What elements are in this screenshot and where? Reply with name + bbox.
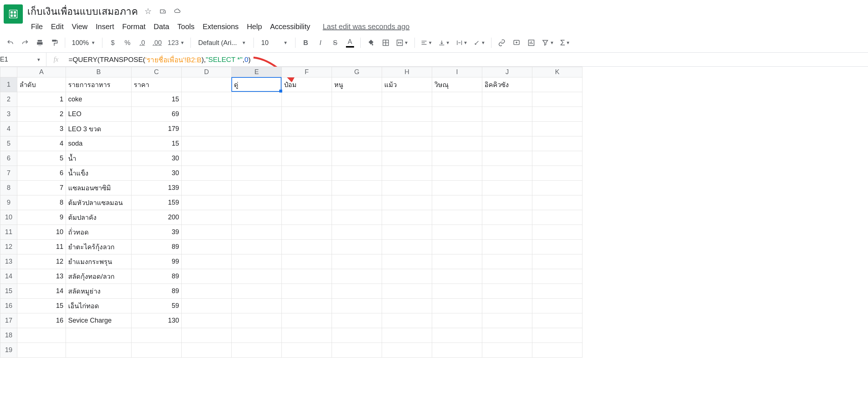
- cell-I15[interactable]: [432, 284, 482, 299]
- cell-C10[interactable]: 200: [132, 210, 182, 225]
- cell-J18[interactable]: [482, 328, 532, 343]
- cell-E5[interactable]: [232, 136, 282, 151]
- row-header-16[interactable]: 16: [0, 299, 17, 313]
- cell-J2[interactable]: [482, 92, 532, 107]
- menu-tools[interactable]: Tools: [174, 20, 198, 33]
- cell-H10[interactable]: [382, 210, 432, 225]
- cell-A12[interactable]: 11: [17, 240, 66, 254]
- cell-G18[interactable]: [332, 328, 382, 343]
- italic-button[interactable]: I: [314, 36, 327, 49]
- column-header-F[interactable]: F: [282, 67, 332, 77]
- cell-B10[interactable]: ต้มปลาคัง: [66, 210, 132, 225]
- font-selector[interactable]: Default (Ari...▼: [195, 39, 250, 47]
- cell-B9[interactable]: ต้มหัวปลาแซลมอน: [66, 195, 132, 210]
- cell-F6[interactable]: [282, 151, 332, 166]
- cell-J8[interactable]: [482, 181, 532, 195]
- cell-G13[interactable]: [332, 254, 382, 269]
- row-header-15[interactable]: 15: [0, 284, 17, 299]
- menu-help[interactable]: Help: [243, 20, 266, 33]
- text-color-button[interactable]: A: [343, 36, 357, 49]
- cell-F8[interactable]: [282, 181, 332, 195]
- cell-F11[interactable]: [282, 225, 332, 240]
- cell-A18[interactable]: [17, 328, 66, 343]
- cell-K19[interactable]: [532, 343, 582, 358]
- cell-G12[interactable]: [332, 240, 382, 254]
- cell-G6[interactable]: [332, 151, 382, 166]
- cell-A17[interactable]: 16: [17, 313, 66, 328]
- cell-D11[interactable]: [182, 225, 232, 240]
- column-header-E[interactable]: E: [232, 67, 282, 77]
- cell-J1[interactable]: อิคคิวซัง: [482, 77, 532, 92]
- insert-comment-button[interactable]: [510, 36, 523, 49]
- cell-J6[interactable]: [482, 151, 532, 166]
- cell-G1[interactable]: หนู: [332, 77, 382, 92]
- cell-I12[interactable]: [432, 240, 482, 254]
- cell-K4[interactable]: [532, 122, 582, 136]
- cell-J7[interactable]: [482, 166, 532, 181]
- cell-A4[interactable]: 3: [17, 122, 66, 136]
- cell-G7[interactable]: [332, 166, 382, 181]
- cell-J13[interactable]: [482, 254, 532, 269]
- cell-K9[interactable]: [532, 195, 582, 210]
- cell-D19[interactable]: [182, 343, 232, 358]
- cell-C4[interactable]: 179: [132, 122, 182, 136]
- menu-data[interactable]: Data: [150, 20, 173, 33]
- cell-B4[interactable]: LEO 3 ขวด: [66, 122, 132, 136]
- row-header-4[interactable]: 4: [0, 122, 17, 136]
- row-header-3[interactable]: 3: [0, 107, 17, 122]
- cell-F3[interactable]: [282, 107, 332, 122]
- cell-J9[interactable]: [482, 195, 532, 210]
- cell-C18[interactable]: [132, 328, 182, 343]
- cell-K10[interactable]: [532, 210, 582, 225]
- cell-F12[interactable]: [282, 240, 332, 254]
- cell-B12[interactable]: ยำตะไคร้กุ้งลวก: [66, 240, 132, 254]
- cell-B2[interactable]: coke: [66, 92, 132, 107]
- menu-format[interactable]: Format: [119, 20, 149, 33]
- cell-E3[interactable]: [232, 107, 282, 122]
- formula-input[interactable]: =QUERY(TRANSPOSE('รายชื่อเพื่อน'!B2:B),"…: [66, 53, 868, 66]
- cell-C7[interactable]: 30: [132, 166, 182, 181]
- cell-H14[interactable]: [382, 269, 432, 284]
- cell-E11[interactable]: [232, 225, 282, 240]
- cell-F19[interactable]: [282, 343, 332, 358]
- cell-E2[interactable]: [232, 92, 282, 107]
- cell-I11[interactable]: [432, 225, 482, 240]
- cell-E8[interactable]: [232, 181, 282, 195]
- cell-F14[interactable]: [282, 269, 332, 284]
- cell-C1[interactable]: ราคา: [132, 77, 182, 92]
- cell-H11[interactable]: [382, 225, 432, 240]
- cell-K17[interactable]: [532, 313, 582, 328]
- cell-C17[interactable]: 130: [132, 313, 182, 328]
- cell-B16[interactable]: เอ็นไก่ทอด: [66, 299, 132, 313]
- cell-J10[interactable]: [482, 210, 532, 225]
- cell-D1[interactable]: [182, 77, 232, 92]
- document-title[interactable]: เก็บเงินเพื่อนแบบเสมอภาค: [27, 4, 138, 19]
- cell-J14[interactable]: [482, 269, 532, 284]
- cell-A19[interactable]: [17, 343, 66, 358]
- cell-I7[interactable]: [432, 166, 482, 181]
- row-header-7[interactable]: 7: [0, 166, 17, 181]
- cell-C11[interactable]: 39: [132, 225, 182, 240]
- move-icon[interactable]: [158, 7, 167, 16]
- cell-E14[interactable]: [232, 269, 282, 284]
- cell-I4[interactable]: [432, 122, 482, 136]
- cell-H9[interactable]: [382, 195, 432, 210]
- cell-H3[interactable]: [382, 107, 432, 122]
- cell-E15[interactable]: [232, 284, 282, 299]
- cell-D4[interactable]: [182, 122, 232, 136]
- row-header-5[interactable]: 5: [0, 136, 17, 151]
- column-header-B[interactable]: B: [66, 67, 132, 77]
- cell-I1[interactable]: วิษณุ: [432, 77, 482, 92]
- cell-F13[interactable]: [282, 254, 332, 269]
- cell-C14[interactable]: 89: [132, 269, 182, 284]
- zoom-selector[interactable]: 100%▼: [69, 39, 98, 47]
- text-wrap-button[interactable]: ▼: [454, 36, 470, 49]
- cell-A9[interactable]: 8: [17, 195, 66, 210]
- cell-A5[interactable]: 4: [17, 136, 66, 151]
- cell-I14[interactable]: [432, 269, 482, 284]
- cell-D12[interactable]: [182, 240, 232, 254]
- cell-K2[interactable]: [532, 92, 582, 107]
- cell-I6[interactable]: [432, 151, 482, 166]
- cell-I18[interactable]: [432, 328, 482, 343]
- cell-E13[interactable]: [232, 254, 282, 269]
